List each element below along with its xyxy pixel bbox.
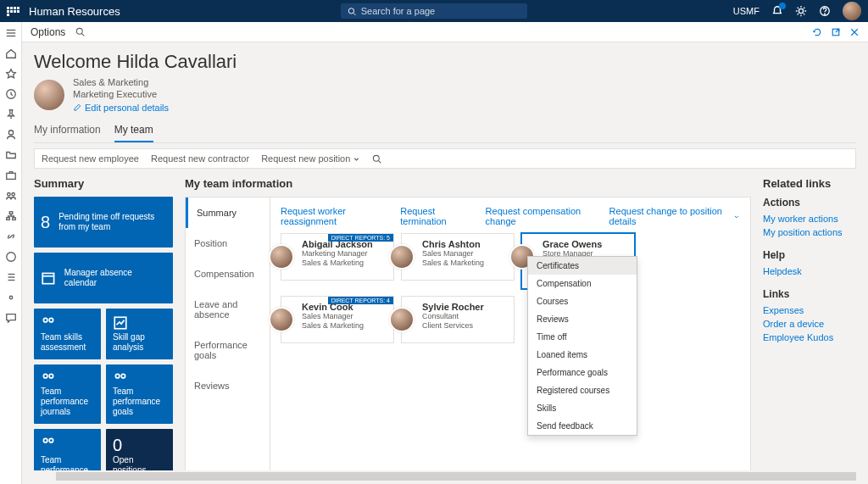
- rail-list-icon[interactable]: [5, 271, 17, 283]
- person-card[interactable]: Sylvie RocherConsultantClient Services: [401, 296, 515, 343]
- person-card[interactable]: DIRECT REPORTS: 4Kevin CookSales Manager…: [281, 296, 394, 343]
- tile-team-skills[interactable]: Team skills assessment: [34, 309, 101, 359]
- rail-clock-icon[interactable]: [5, 88, 17, 100]
- options-button[interactable]: Options: [31, 26, 65, 38]
- menu-compensation[interactable]: Compensation: [528, 275, 637, 292]
- rail-org-icon[interactable]: [5, 210, 17, 222]
- request-new-contractor-link[interactable]: Request new contractor: [151, 153, 249, 164]
- actions-heading: Actions: [763, 197, 856, 209]
- link-worker-actions[interactable]: My worker actions: [763, 214, 856, 224]
- avatar: [389, 244, 415, 270]
- refresh-icon[interactable]: [812, 27, 822, 37]
- link-position-actions[interactable]: My position actions: [763, 227, 856, 237]
- rail-folder-icon[interactable]: [5, 149, 17, 161]
- menu-courses[interactable]: Courses: [528, 292, 637, 310]
- teamnav-leave[interactable]: Leave and absence: [186, 289, 270, 330]
- person-card[interactable]: DIRECT REPORTS: 5Abigail JacksonMarketin…: [281, 233, 394, 281]
- menu-send-feedback[interactable]: Send feedback: [528, 417, 637, 435]
- request-position-change-link[interactable]: Request change to position details: [609, 206, 740, 226]
- user-avatar[interactable]: [843, 2, 861, 20]
- rail-comment-icon[interactable]: [5, 312, 17, 324]
- menu-time-off[interactable]: Time off: [528, 328, 637, 346]
- svg-point-2: [798, 8, 803, 13]
- close-icon[interactable]: [849, 27, 860, 37]
- chart-icon: [113, 315, 128, 331]
- link-expenses[interactable]: Expenses: [763, 305, 856, 315]
- link-employee-kudos[interactable]: Employee Kudos: [763, 332, 856, 342]
- menu-registered-courses[interactable]: Registered courses: [528, 381, 637, 399]
- tab-my-information[interactable]: My information: [34, 119, 101, 142]
- person-avatar: [34, 80, 64, 110]
- avatar: [389, 307, 415, 332]
- tab-my-team[interactable]: My team: [114, 119, 153, 142]
- menu-certificates[interactable]: Certificates: [528, 257, 637, 275]
- menu-skills[interactable]: Skills: [528, 399, 637, 417]
- tile-open-positions[interactable]: 0Open positions - Direct reports: [106, 429, 173, 470]
- person-header: Sales & Marketing Marketing Executive Ed…: [34, 76, 856, 114]
- top-app-bar: Human Resources USMF: [0, 0, 868, 22]
- team-action-bar: Request new employee Request new contrac…: [34, 148, 856, 169]
- teamnav-performance[interactable]: Performance goals: [186, 330, 270, 370]
- rail-group-icon[interactable]: [5, 190, 17, 202]
- rail-menu-icon[interactable]: [5, 27, 17, 39]
- avatar: [269, 307, 294, 332]
- teamnav-position[interactable]: Position: [186, 228, 270, 259]
- tile-perf-reviews[interactable]: Team performance reviews: [34, 429, 101, 470]
- search-icon[interactable]: [372, 154, 381, 164]
- request-termination-link[interactable]: Request termination: [400, 206, 471, 226]
- person-dept: Sales & Marketing: [73, 76, 169, 88]
- calendar-icon: [41, 270, 56, 286]
- menu-reviews[interactable]: Reviews: [528, 310, 637, 328]
- tile-perf-journals[interactable]: Team performance journals: [34, 364, 101, 424]
- team-info-heading: My team information: [185, 177, 751, 190]
- tile-absence-calendar[interactable]: Manager absence calendar: [34, 253, 173, 303]
- rail-briefcase-icon[interactable]: [5, 170, 17, 181]
- tile-skill-gap[interactable]: Skill gap analysis: [106, 309, 173, 359]
- gear-icon[interactable]: [795, 5, 807, 17]
- rail-star-icon[interactable]: [5, 68, 17, 80]
- rail-people-icon[interactable]: [5, 129, 17, 141]
- link-helpdesk[interactable]: Helpdesk: [763, 266, 856, 276]
- teamnav-compensation[interactable]: Compensation: [186, 259, 270, 289]
- edit-personal-details-link[interactable]: Edit personal details: [73, 102, 169, 114]
- popout-icon[interactable]: [831, 27, 841, 37]
- company-code[interactable]: USMF: [733, 6, 760, 16]
- svg-rect-15: [6, 218, 9, 220]
- svg-rect-16: [12, 218, 15, 220]
- request-new-employee-link[interactable]: Request new employee: [42, 153, 139, 164]
- rail-home-icon[interactable]: [5, 47, 17, 59]
- help-icon[interactable]: [819, 5, 831, 17]
- rail-question-icon[interactable]: [5, 251, 17, 263]
- teamnav-reviews[interactable]: Reviews: [186, 370, 270, 401]
- team-card-nav: Summary Position Compensation Leave and …: [186, 197, 270, 470]
- link-order-device[interactable]: Order a device: [763, 319, 856, 329]
- request-new-position-link[interactable]: Request new position: [261, 153, 360, 164]
- search-input[interactable]: [361, 6, 520, 16]
- people-icon: [41, 371, 56, 387]
- rail-pin-icon[interactable]: [5, 108, 17, 120]
- notification-icon[interactable]: [771, 5, 783, 17]
- request-reassignment-link[interactable]: Request worker reassignment: [281, 206, 387, 226]
- global-search[interactable]: [341, 3, 527, 19]
- rail-settings-icon[interactable]: [5, 292, 17, 303]
- svg-point-4: [825, 14, 826, 14]
- person-card[interactable]: Chris AshtonSales ManagerSales & Marketi…: [401, 233, 515, 281]
- person-role: Marketing Executive: [73, 88, 169, 100]
- svg-point-12: [7, 193, 10, 197]
- rail-link-icon[interactable]: [5, 231, 17, 242]
- people-icon: [113, 371, 128, 387]
- teamnav-summary[interactable]: Summary: [186, 197, 270, 228]
- tile-perf-goals[interactable]: Team performance goals: [106, 364, 173, 424]
- search-small-icon[interactable]: [75, 27, 85, 36]
- menu-performance-goals[interactable]: Performance goals: [528, 364, 637, 381]
- page-title: Welcome Hilda Cavallari: [34, 51, 856, 73]
- menu-loaned-items[interactable]: Loaned items: [528, 346, 637, 364]
- tile-pending-time-off[interactable]: 8 Pending time off requests from my team: [34, 197, 173, 248]
- app-launcher-icon[interactable]: [7, 7, 20, 16]
- svg-rect-14: [9, 212, 13, 214]
- search-icon: [348, 7, 356, 16]
- svg-point-32: [49, 318, 53, 322]
- horizontal-scrollbar[interactable]: [56, 472, 856, 481]
- svg-point-27: [374, 155, 380, 161]
- request-comp-change-link[interactable]: Request compensation change: [486, 206, 596, 226]
